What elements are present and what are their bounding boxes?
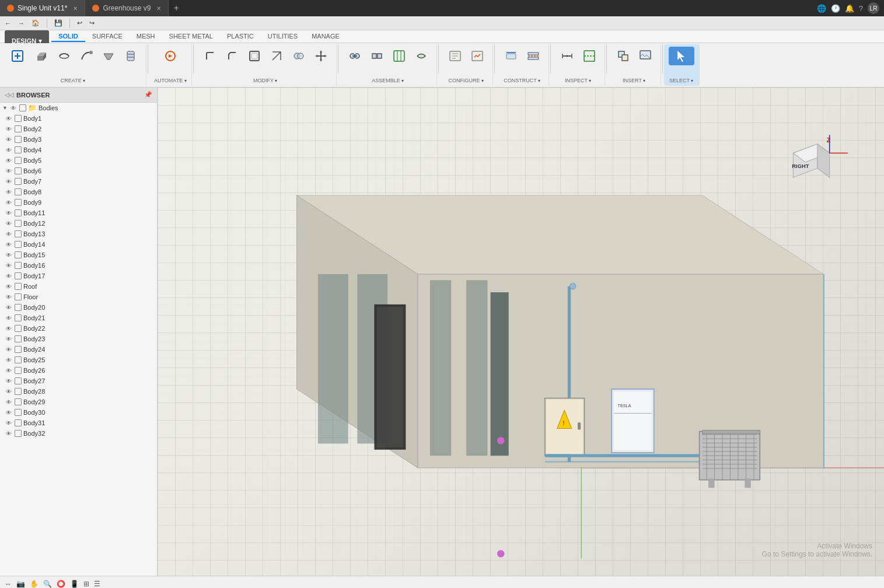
scale-button[interactable] [266, 47, 287, 65]
list-item[interactable]: 👁Body4 [0, 145, 157, 155]
eye-icon[interactable]: 👁 [5, 430, 13, 437]
list-item[interactable]: 👁Body27 [0, 376, 157, 386]
eye-icon[interactable]: 👁 [5, 315, 13, 321]
select-button[interactable] [669, 47, 694, 65]
checkbox[interactable] [15, 314, 22, 321]
checkbox[interactable] [15, 367, 22, 374]
checkbox[interactable] [15, 283, 22, 290]
eye-icon[interactable]: 👁 [5, 304, 13, 311]
list-item[interactable]: 👁Body15 [0, 250, 157, 260]
rule-button[interactable] [467, 47, 488, 65]
eye-icon[interactable]: 👁 [5, 294, 13, 300]
list-item[interactable]: 👁Body8 [0, 187, 157, 197]
checkbox[interactable] [15, 125, 22, 132]
eye-icon[interactable]: 👁 [5, 158, 13, 164]
clock-icon[interactable]: 🕐 [831, 4, 840, 13]
list-item[interactable]: 👁Body9 [0, 197, 157, 208]
combine-button[interactable] [288, 47, 309, 65]
checkbox[interactable] [15, 136, 22, 143]
checkbox[interactable] [15, 230, 22, 237]
eye-icon[interactable]: 👁 [5, 357, 13, 363]
zoom-icon[interactable]: 🔍 [43, 580, 52, 588]
eye-icon[interactable]: 👁 [5, 210, 13, 216]
view-options-icon[interactable]: ☰ [94, 580, 100, 588]
tab-greenhouse[interactable]: Greenhouse v9 ✕ [85, 0, 169, 16]
tab-mesh[interactable]: MESH [130, 32, 162, 42]
orbit-icon[interactable]: ⭕ [57, 580, 65, 588]
browser-collapse-arrow[interactable]: ◁◁ [5, 92, 14, 98]
list-item[interactable]: 👁Body28 [0, 386, 157, 397]
checkbox[interactable] [15, 209, 22, 216]
bodies-checkbox[interactable] [19, 104, 26, 111]
checkbox[interactable] [15, 241, 22, 248]
tab-surface[interactable]: SURFACE [85, 32, 130, 42]
list-item[interactable]: 👁Body2 [0, 124, 157, 134]
sweep-button[interactable] [76, 47, 97, 65]
eye-icon[interactable]: 👁 [5, 346, 13, 353]
eye-icon[interactable]: 👁 [5, 220, 13, 227]
joint-button[interactable] [344, 47, 365, 65]
shell-button[interactable] [244, 47, 265, 65]
checkbox[interactable] [15, 188, 22, 195]
tab-plastic[interactable]: PLASTIC [220, 32, 261, 42]
midplane-button[interactable] [523, 47, 544, 65]
eye-icon[interactable]: 👁 [5, 273, 13, 279]
extrude-button[interactable] [32, 47, 53, 65]
bodies-header[interactable]: ▼ 👁 📁 Bodies [0, 103, 157, 113]
home-button[interactable]: 🏠 [29, 19, 42, 27]
checkbox[interactable] [15, 388, 22, 395]
save-button[interactable]: 💾 [52, 19, 65, 27]
move-button[interactable] [310, 47, 331, 65]
list-item[interactable]: 👁Body1 [0, 113, 157, 124]
new-tab-button[interactable]: + [169, 3, 183, 13]
list-item[interactable]: 👁Body30 [0, 407, 157, 418]
forward-button[interactable]: → [16, 20, 27, 27]
chamfer-button[interactable] [222, 47, 243, 65]
eye-icon[interactable]: 👁 [5, 420, 13, 426]
redo-button[interactable]: ↪ [87, 19, 97, 27]
pan-icon[interactable]: ✋ [30, 580, 39, 588]
checkbox[interactable] [15, 356, 22, 363]
checkbox[interactable] [15, 419, 22, 426]
checkbox[interactable] [15, 293, 22, 300]
new-component-button[interactable] [5, 47, 30, 65]
list-item[interactable]: 👁Body29 [0, 397, 157, 407]
eye-icon[interactable]: 👁 [5, 242, 13, 248]
checkbox[interactable] [15, 167, 22, 174]
tab-manage[interactable]: MANAGE [305, 32, 347, 42]
list-item[interactable]: 👁Body5 [0, 155, 157, 166]
eye-icon[interactable]: 👁 [5, 284, 13, 290]
globe-icon[interactable]: 🌐 [817, 4, 826, 13]
eye-icon[interactable]: 👁 [5, 336, 13, 342]
checkbox[interactable] [15, 199, 22, 206]
list-item[interactable]: 👁Body13 [0, 229, 157, 239]
list-item[interactable]: 👁Body26 [0, 365, 157, 376]
bodies-eye-icon[interactable]: 👁 [9, 105, 18, 111]
list-item[interactable]: 👁Body23 [0, 334, 157, 344]
list-item[interactable]: 👁Floor [0, 292, 157, 302]
motion-link-button[interactable] [411, 47, 432, 65]
list-item[interactable]: 👁Body6 [0, 166, 157, 176]
as-built-joint-button[interactable] [366, 47, 387, 65]
eye-icon[interactable]: 👁 [5, 189, 13, 195]
loft-button[interactable] [98, 47, 119, 65]
eye-icon[interactable]: 👁 [5, 326, 13, 332]
derive-button[interactable] [613, 47, 634, 65]
eye-icon[interactable]: 👁 [5, 126, 13, 132]
checkbox[interactable] [15, 146, 22, 153]
revolve-button[interactable] [54, 47, 75, 65]
rib-button[interactable] [120, 47, 141, 65]
checkbox[interactable] [15, 272, 22, 279]
rigid-group-button[interactable] [389, 47, 410, 65]
user-avatar[interactable]: LR [868, 2, 879, 14]
checkbox[interactable] [15, 325, 22, 332]
list-item[interactable]: 👁Body3 [0, 134, 157, 145]
viewport[interactable]: ! TESLA [158, 88, 884, 576]
parameters-button[interactable] [445, 47, 466, 65]
checkbox[interactable] [15, 220, 22, 227]
tab-utilities[interactable]: UTILITIES [261, 32, 305, 42]
list-item[interactable]: 👁Roof [0, 281, 157, 292]
list-item[interactable]: 👁Body25 [0, 355, 157, 365]
list-item[interactable]: 👁Body32 [0, 428, 157, 439]
eye-icon[interactable]: 👁 [5, 136, 13, 143]
